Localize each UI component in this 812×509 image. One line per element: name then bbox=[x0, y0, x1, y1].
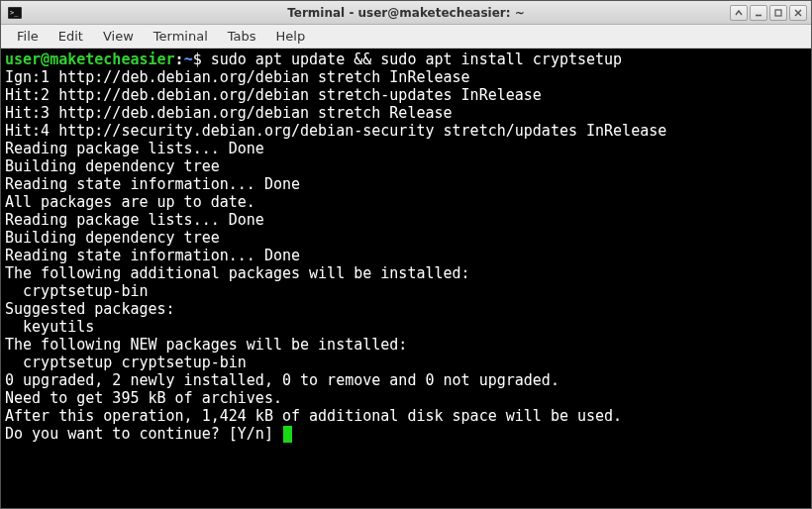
svg-rect-4 bbox=[775, 10, 781, 16]
svg-text:>_: >_ bbox=[10, 9, 19, 17]
output-line: Reading state information... Done bbox=[5, 247, 300, 264]
window-title: Terminal - user@maketecheasier: ~ bbox=[1, 6, 811, 20]
menu-view[interactable]: View bbox=[95, 27, 142, 46]
minimize-button[interactable] bbox=[750, 5, 767, 21]
output-line: Reading package lists... Done bbox=[5, 140, 264, 157]
output-line: Hit:3 http://deb.debian.org/debian stret… bbox=[5, 104, 453, 122]
prompt-path: ~ bbox=[184, 51, 193, 68]
titlebar: >_ Terminal - user@maketecheasier: ~ bbox=[1, 1, 811, 25]
output-line: Hit:2 http://deb.debian.org/debian stret… bbox=[5, 86, 542, 104]
output-line: Building dependency tree bbox=[5, 157, 220, 175]
output-line: Hit:4 http://security.debian.org/debian-… bbox=[5, 122, 666, 140]
prompt-user-host: user@maketecheasier bbox=[5, 51, 175, 68]
output-line: The following NEW packages will be insta… bbox=[5, 336, 407, 354]
output-line: 0 upgraded, 2 newly installed, 0 to remo… bbox=[5, 371, 559, 389]
output-line: After this operation, 1,424 kB of additi… bbox=[5, 407, 622, 425]
output-line: All packages are up to date. bbox=[5, 193, 255, 211]
output-line: Suggested packages: bbox=[5, 300, 175, 318]
output-line: Reading state information... Done bbox=[5, 175, 300, 193]
output-line: Do you want to continue? [Y/n] bbox=[5, 425, 282, 443]
menu-tabs[interactable]: Tabs bbox=[220, 27, 264, 46]
menu-file[interactable]: File bbox=[9, 27, 47, 46]
close-button[interactable] bbox=[789, 5, 807, 21]
output-line: The following additional packages will b… bbox=[5, 264, 470, 282]
menu-help[interactable]: Help bbox=[268, 27, 314, 46]
output-line: cryptsetup cryptsetup-bin bbox=[5, 354, 247, 371]
terminal-cursor bbox=[283, 426, 292, 443]
output-line: Building dependency tree bbox=[5, 229, 220, 247]
output-line: cryptsetup-bin bbox=[5, 282, 149, 300]
menu-edit[interactable]: Edit bbox=[51, 27, 91, 46]
menu-terminal[interactable]: Terminal bbox=[146, 27, 216, 46]
output-line: Need to get 395 kB of archives. bbox=[5, 389, 282, 407]
output-line: Ign:1 http://deb.debian.org/debian stret… bbox=[5, 68, 470, 86]
shade-button[interactable] bbox=[730, 5, 748, 21]
window-controls bbox=[730, 5, 811, 21]
terminal-viewport[interactable]: user@maketecheasier:~$ sudo apt update &… bbox=[1, 49, 811, 509]
output-line: Reading package lists... Done bbox=[5, 211, 264, 229]
menubar: File Edit View Terminal Tabs Help bbox=[1, 25, 811, 49]
command-text: sudo apt update && sudo apt install cryp… bbox=[211, 51, 622, 68]
terminal-app-icon: >_ bbox=[7, 5, 23, 21]
prompt-symbol: $ bbox=[193, 51, 202, 68]
maximize-button[interactable] bbox=[769, 5, 787, 21]
output-line: keyutils bbox=[5, 318, 94, 336]
prompt-colon: : bbox=[175, 51, 184, 68]
